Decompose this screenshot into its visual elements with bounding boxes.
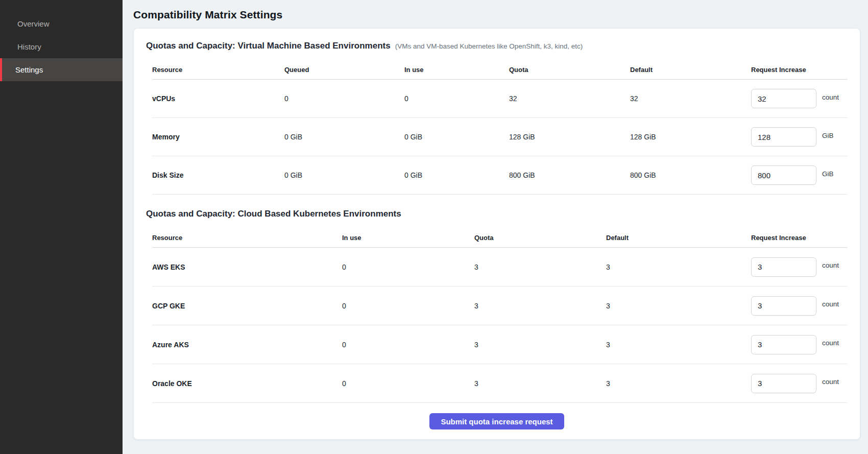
unit-label: count bbox=[822, 300, 839, 308]
request-increase-input-memory[interactable] bbox=[751, 127, 816, 147]
col-header-request-increase: Request Increase bbox=[751, 234, 848, 242]
sidebar: Overview History Settings bbox=[0, 0, 123, 454]
default-value: 3 bbox=[606, 379, 751, 388]
default-value: 3 bbox=[606, 341, 751, 349]
col-header-in-use: In use bbox=[342, 234, 474, 242]
in-use-value: 0 GiB bbox=[404, 133, 509, 141]
unit-label: GiB bbox=[822, 132, 834, 139]
request-increase-input-disk-size[interactable] bbox=[751, 165, 816, 185]
settings-card: Quotas and Capacity: Virtual Machine Bas… bbox=[133, 28, 860, 440]
resource-name: Memory bbox=[152, 133, 284, 141]
quota-value: 3 bbox=[474, 302, 606, 310]
default-value: 800 GiB bbox=[630, 171, 751, 179]
sidebar-item-overview[interactable]: Overview bbox=[0, 12, 123, 35]
in-use-value: 0 bbox=[342, 263, 474, 271]
vm-quota-table: Resource Queued In use Quota Default Req… bbox=[146, 60, 848, 195]
resource-name: Disk Size bbox=[152, 171, 284, 179]
in-use-value: 0 bbox=[404, 94, 509, 103]
sidebar-item-settings[interactable]: Settings bbox=[0, 58, 123, 81]
cloud-table-header: Resource In use Quota Default Request In… bbox=[152, 228, 848, 248]
vm-section-header: Quotas and Capacity: Virtual Machine Bas… bbox=[146, 41, 848, 54]
resource-name: Oracle OKE bbox=[152, 379, 342, 388]
table-row-vcpus: vCPUs 0 0 32 32 count bbox=[152, 80, 848, 118]
queued-value: 0 GiB bbox=[284, 171, 404, 179]
resource-name: AWS EKS bbox=[152, 263, 342, 271]
table-row-memory: Memory 0 GiB 0 GiB 128 GiB 128 GiB GiB bbox=[152, 118, 848, 156]
request-increase-input-oracle-oke[interactable] bbox=[751, 374, 816, 393]
quota-value: 800 GiB bbox=[509, 171, 630, 179]
queued-value: 0 GiB bbox=[284, 133, 404, 141]
main-content: Compatibility Matrix Settings Quotas and… bbox=[123, 0, 868, 454]
unit-label: count bbox=[822, 378, 839, 386]
in-use-value: 0 bbox=[342, 379, 474, 388]
table-row-oracle-oke: Oracle OKE 0 3 3 count bbox=[152, 364, 848, 403]
request-increase-input-aws-eks[interactable] bbox=[751, 257, 816, 277]
quota-value: 3 bbox=[474, 263, 606, 271]
col-header-quota: Quota bbox=[474, 234, 606, 242]
vm-table-header: Resource Queued In use Quota Default Req… bbox=[152, 60, 848, 80]
unit-label: GiB bbox=[822, 170, 834, 178]
resource-name: GCP GKE bbox=[152, 302, 342, 310]
cloud-section-title: Quotas and Capacity: Cloud Based Kuberne… bbox=[146, 209, 401, 219]
col-header-queued: Queued bbox=[284, 66, 404, 74]
unit-label: count bbox=[822, 339, 839, 347]
col-header-request-increase: Request Increase bbox=[751, 66, 848, 74]
col-header-in-use: In use bbox=[404, 66, 509, 74]
table-row-azure-aks: Azure AKS 0 3 3 count bbox=[152, 325, 848, 364]
request-increase-input-vcpus[interactable] bbox=[751, 89, 816, 108]
table-row-disk-size: Disk Size 0 GiB 0 GiB 800 GiB 800 GiB Gi… bbox=[152, 156, 848, 195]
unit-label: count bbox=[822, 261, 839, 269]
resource-name: Azure AKS bbox=[152, 341, 342, 349]
in-use-value: 0 bbox=[342, 341, 474, 349]
cloud-section-header: Quotas and Capacity: Cloud Based Kuberne… bbox=[146, 209, 848, 222]
default-value: 128 GiB bbox=[630, 133, 751, 141]
vm-section-title: Quotas and Capacity: Virtual Machine Bas… bbox=[146, 41, 391, 51]
vm-section-note: (VMs and VM-based Kubernetes like OpenSh… bbox=[395, 42, 583, 50]
quota-value: 128 GiB bbox=[509, 133, 630, 141]
col-header-quota: Quota bbox=[509, 66, 630, 74]
in-use-value: 0 bbox=[342, 302, 474, 310]
default-value: 32 bbox=[630, 94, 751, 103]
cloud-quota-table: Resource In use Quota Default Request In… bbox=[146, 228, 848, 403]
queued-value: 0 bbox=[284, 94, 404, 103]
quota-value: 32 bbox=[509, 94, 630, 103]
col-header-resource: Resource bbox=[152, 66, 284, 74]
quota-value: 3 bbox=[474, 341, 606, 349]
col-header-default: Default bbox=[630, 66, 751, 74]
request-increase-input-gcp-gke[interactable] bbox=[751, 296, 816, 316]
table-row-aws-eks: AWS EKS 0 3 3 count bbox=[152, 248, 848, 286]
unit-label: count bbox=[822, 93, 839, 101]
page-title: Compatibility Matrix Settings bbox=[133, 9, 868, 21]
default-value: 3 bbox=[606, 302, 751, 310]
col-header-resource: Resource bbox=[152, 234, 342, 242]
table-row-gcp-gke: GCP GKE 0 3 3 count bbox=[152, 286, 848, 325]
submit-quota-increase-button[interactable]: Submit quota increase request bbox=[429, 413, 564, 429]
col-header-default: Default bbox=[606, 234, 751, 242]
request-increase-input-azure-aks[interactable] bbox=[751, 335, 816, 354]
sidebar-item-history[interactable]: History bbox=[0, 35, 123, 58]
card-footer: Submit quota increase request bbox=[146, 403, 848, 440]
quota-value: 3 bbox=[474, 379, 606, 388]
in-use-value: 0 GiB bbox=[404, 171, 509, 179]
default-value: 3 bbox=[606, 263, 751, 271]
resource-name: vCPUs bbox=[152, 94, 284, 103]
